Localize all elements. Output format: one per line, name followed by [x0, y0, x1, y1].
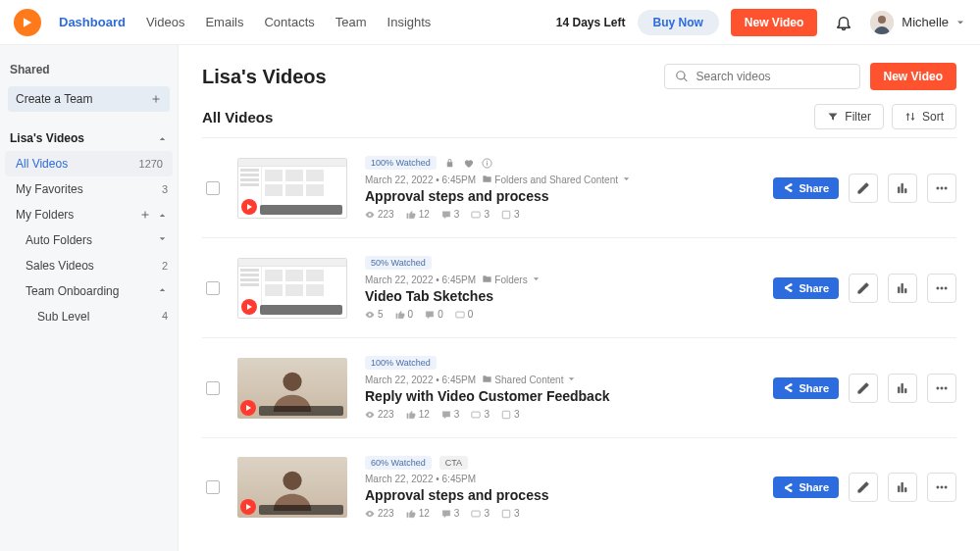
share-button[interactable]: Share	[773, 177, 839, 199]
analytics-button[interactable]	[888, 374, 917, 403]
video-thumbnail[interactable]	[237, 258, 347, 319]
extra-badge: CTA	[439, 456, 468, 470]
sidebar-folder-team-onboarding[interactable]: Team Onboarding	[0, 278, 178, 304]
edit-button[interactable]	[849, 174, 878, 203]
nav-dashboard[interactable]: Dashboard	[59, 15, 126, 29]
comments-icon	[425, 310, 435, 320]
row-checkbox[interactable]	[206, 381, 220, 395]
chevron-down-icon[interactable]	[566, 374, 577, 384]
chevron-down-icon[interactable]	[621, 174, 632, 184]
video-title[interactable]: Approval steps and process	[365, 487, 759, 503]
list-title: All Videos	[202, 109, 273, 125]
chevron-icon[interactable]	[157, 284, 168, 295]
app-logo[interactable]	[14, 9, 41, 36]
video-stats: 22312333	[365, 209, 759, 220]
more-button[interactable]	[927, 374, 956, 403]
folder-link[interactable]: Folders	[494, 275, 527, 285]
svg-point-15	[937, 386, 939, 388]
video-row: 100% WatchedMarch 22, 2022 • 6:45PM Shar…	[202, 337, 956, 437]
video-title[interactable]: Video Tab Sketches	[365, 288, 759, 304]
analytics-button[interactable]	[888, 174, 917, 203]
new-video-button-top[interactable]: New Video	[731, 9, 817, 36]
views-icon	[365, 410, 375, 420]
row-checkbox[interactable]	[206, 181, 220, 195]
nav-emails[interactable]: Emails	[205, 15, 243, 29]
row-checkbox[interactable]	[206, 480, 220, 494]
notifications-icon[interactable]	[835, 14, 852, 31]
chevron-up-icon	[157, 133, 168, 144]
create-team-button[interactable]: Create a Team	[8, 86, 170, 112]
row-checkbox[interactable]	[206, 281, 220, 295]
search-input-wrapper[interactable]	[664, 64, 860, 89]
video-thumbnail[interactable]	[237, 158, 347, 219]
video-date: March 22, 2022 • 6:45PM	[365, 474, 476, 484]
likes-icon	[395, 310, 405, 320]
date-line: March 22, 2022 • 6:45PM Shared Content	[365, 374, 759, 385]
more-button[interactable]	[927, 274, 956, 303]
sidebar-item-my-favorites[interactable]: My Favorites3	[0, 176, 178, 202]
video-title[interactable]: Reply with Video Customer Feedback	[365, 388, 759, 404]
more-button[interactable]	[927, 473, 956, 502]
folder-link[interactable]: Folders and Shared Content	[494, 175, 618, 185]
share-button[interactable]: Share	[773, 476, 839, 498]
video-meta: 60% WatchedCTAMarch 22, 2022 • 6:45PMApp…	[365, 456, 759, 519]
svg-point-18	[283, 472, 301, 490]
video-thumbnail[interactable]	[237, 457, 347, 518]
play-icon[interactable]	[241, 299, 257, 315]
svg-rect-14	[502, 411, 510, 419]
video-title[interactable]: Approval steps and process	[365, 188, 759, 204]
folder-link[interactable]: Shared Content	[494, 375, 563, 385]
lock-icon	[444, 158, 455, 169]
edit-button[interactable]	[849, 274, 878, 303]
duration-bar	[259, 406, 343, 416]
views-icon	[365, 210, 375, 220]
sort-button[interactable]: Sort	[892, 104, 956, 129]
video-thumbnail[interactable]	[237, 358, 347, 419]
svg-rect-4	[502, 211, 510, 219]
chevron-up-icon[interactable]	[157, 210, 168, 221]
chevron-down-icon[interactable]	[531, 274, 542, 284]
filter-button[interactable]: Filter	[814, 104, 884, 129]
user-menu[interactable]: Michelle	[870, 11, 966, 34]
buy-now-button[interactable]: Buy Now	[638, 10, 719, 35]
cc-icon	[471, 210, 481, 220]
search-input[interactable]	[696, 70, 850, 83]
watched-badge: 60% Watched	[365, 456, 432, 470]
folder-icon	[482, 374, 492, 384]
play-icon[interactable]	[240, 400, 256, 416]
share-button[interactable]: Share	[773, 377, 839, 399]
q-icon	[501, 210, 511, 220]
svg-point-5	[937, 186, 939, 188]
nav-insights[interactable]: Insights	[387, 15, 432, 29]
more-button[interactable]	[927, 174, 956, 203]
svg-rect-3	[472, 212, 480, 218]
nav-contacts[interactable]: Contacts	[264, 15, 314, 29]
sidebar-item-my-folders[interactable]: My Folders	[0, 202, 178, 227]
analytics-button[interactable]	[888, 274, 917, 303]
folder-icon	[482, 274, 492, 284]
play-icon[interactable]	[241, 199, 257, 215]
row-actions: Share	[773, 374, 956, 403]
edit-button[interactable]	[849, 374, 878, 403]
sidebar-section-header[interactable]: Lisa's Videos	[0, 125, 178, 151]
sidebar-shared-label: Shared	[0, 59, 178, 80]
sidebar-item-all-videos[interactable]: All Videos1270	[5, 151, 173, 176]
nav-team[interactable]: Team	[335, 15, 367, 29]
sidebar-folder-auto-folders[interactable]: Auto Folders	[0, 227, 178, 253]
video-date: March 22, 2022 • 6:45PM	[365, 175, 476, 185]
new-video-button-main[interactable]: New Video	[870, 63, 956, 90]
cc-icon	[471, 509, 481, 519]
row-actions: Share	[773, 473, 956, 502]
plus-icon[interactable]	[139, 209, 151, 221]
play-icon[interactable]	[240, 499, 256, 515]
chevron-icon[interactable]	[157, 233, 168, 244]
share-button[interactable]: Share	[773, 277, 839, 299]
date-line: March 22, 2022 • 6:45PM Folders and Shar…	[365, 174, 759, 185]
edit-button[interactable]	[849, 473, 878, 502]
analytics-button[interactable]	[888, 473, 917, 502]
likes-icon	[406, 509, 416, 519]
sidebar-folder-sales-videos[interactable]: Sales Videos2	[0, 253, 178, 278]
sidebar-subfolder-sub-level[interactable]: Sub Level4	[0, 304, 178, 329]
nav-videos[interactable]: Videos	[146, 15, 185, 29]
svg-rect-8	[456, 312, 464, 318]
